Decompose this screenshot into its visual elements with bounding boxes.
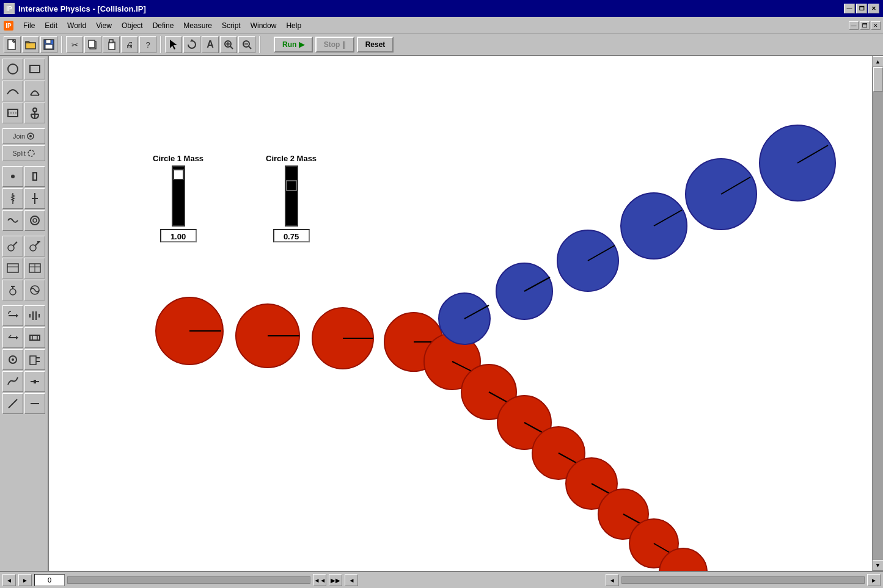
zoom-in-tool[interactable] <box>220 36 237 53</box>
force-tool-5[interactable] <box>2 349 23 370</box>
menu-file[interactable]: File <box>18 20 40 31</box>
menu-object[interactable]: Object <box>117 20 148 31</box>
shape-row-1 <box>2 59 45 79</box>
measure-tool-4[interactable] <box>24 258 45 278</box>
maximize-button[interactable]: 🗖 <box>856 4 867 13</box>
simulation-controls: Run ▶ Stop ‖ Reset <box>274 37 394 53</box>
svg-point-49 <box>10 289 16 295</box>
menu-world[interactable]: World <box>62 20 91 31</box>
run-button[interactable]: Run ▶ <box>274 37 313 53</box>
misc-tool-4[interactable] <box>24 393 45 414</box>
zoom-out-tool[interactable] <box>238 36 255 53</box>
print-button[interactable]: 🖨 <box>121 36 138 53</box>
end-button[interactable]: ◄ <box>345 574 358 586</box>
slider2-handle[interactable] <box>286 180 297 191</box>
slider1-handle[interactable] <box>173 169 184 180</box>
step-forward-button[interactable]: ▶▶ <box>329 574 342 586</box>
misc-tool-3[interactable] <box>2 393 23 414</box>
rewind-button[interactable]: ◄ <box>2 574 16 586</box>
svg-marker-14 <box>190 39 194 42</box>
rotate-tool[interactable] <box>183 36 200 53</box>
paste-button[interactable] <box>103 36 120 53</box>
menu-minimize-button[interactable]: — <box>849 21 859 30</box>
open-rect-tool[interactable] <box>2 103 23 123</box>
slider2-track[interactable] <box>285 165 298 227</box>
damper-tool[interactable] <box>24 188 45 209</box>
toolbar: ✂ 🖨 ? A Run ▶ Stop ‖ Reset <box>0 34 883 56</box>
hscroll-track[interactable] <box>621 576 865 584</box>
minimize-button[interactable]: — <box>844 4 855 13</box>
menu-restore-button[interactable]: 🗖 <box>860 21 870 30</box>
measure-tool-3[interactable] <box>2 258 23 278</box>
circle1-mass-label: Circle 1 Mass <box>153 154 203 163</box>
close-button[interactable]: ✕ <box>868 4 879 13</box>
hscroll-right-button[interactable]: ► <box>867 574 881 586</box>
text-tool[interactable]: A <box>202 36 219 53</box>
svg-rect-8 <box>45 45 53 49</box>
measure-tool-6[interactable] <box>24 280 45 300</box>
select-tool[interactable] <box>165 36 182 53</box>
circle-tool[interactable] <box>2 59 23 79</box>
menu-window[interactable]: Window <box>246 20 282 31</box>
scroll-track[interactable] <box>873 67 883 560</box>
svg-rect-44 <box>7 264 18 272</box>
hscroll-left-button[interactable]: ◄ <box>606 574 619 586</box>
step-back-button[interactable]: ◄◄ <box>313 574 326 586</box>
open-button[interactable] <box>22 36 39 53</box>
slider1-track[interactable] <box>172 165 185 227</box>
stop-button[interactable]: Stop ‖ <box>315 37 354 53</box>
scroll-up-button[interactable]: ▲ <box>873 56 884 67</box>
scroll-down-button[interactable]: ▼ <box>873 560 884 571</box>
menu-help[interactable]: Help <box>281 20 306 31</box>
arc-tool[interactable] <box>24 81 45 101</box>
slot-tool[interactable] <box>24 166 45 187</box>
misc-tool-1[interactable] <box>2 371 23 392</box>
curve-tool[interactable] <box>2 81 23 101</box>
svg-rect-7 <box>46 40 51 43</box>
measure-tool-2[interactable] <box>24 236 45 256</box>
menu-define[interactable]: Define <box>148 20 179 31</box>
pin-tool[interactable] <box>2 166 23 187</box>
svg-point-39 <box>8 245 14 251</box>
circle1-mass-slider[interactable]: Circle 1 Mass 1.00 <box>153 154 203 242</box>
svg-point-33 <box>11 175 15 178</box>
spring-tool[interactable] <box>2 188 23 209</box>
rectangle-tool[interactable] <box>24 59 45 79</box>
force-tool-3[interactable] <box>2 327 23 348</box>
circle1-mass-value[interactable]: 1.00 <box>160 229 197 242</box>
cut-button[interactable]: ✂ <box>66 36 83 53</box>
circle2-mass-slider[interactable]: Circle 2 Mass 0.75 <box>266 154 317 242</box>
svg-line-20 <box>249 46 251 49</box>
copy-button[interactable] <box>84 36 101 53</box>
force-tool-1[interactable] <box>2 305 23 326</box>
frame-input[interactable] <box>34 574 65 586</box>
toolbar-sep1 <box>61 36 62 53</box>
force-tool-4[interactable] <box>24 327 45 348</box>
reset-button[interactable]: Reset <box>357 37 394 53</box>
menu-close-button[interactable]: ✕ <box>871 21 881 30</box>
physics-canvas[interactable]: Circle 1 Mass 1.00 Circle 2 Mass 0.75 <box>49 56 872 571</box>
force-tool-6[interactable] <box>24 349 45 370</box>
save-button[interactable] <box>40 36 57 53</box>
split-button[interactable]: Split <box>2 145 45 161</box>
force-tool-2[interactable] <box>24 305 45 326</box>
measure-row-1 <box>2 236 45 256</box>
menu-edit[interactable]: Edit <box>40 20 62 31</box>
anchor-tool[interactable] <box>24 103 45 123</box>
play-forward-button[interactable]: ► <box>18 574 32 586</box>
scroll-thumb[interactable] <box>873 67 883 92</box>
measure-tool-1[interactable] <box>2 236 23 256</box>
svg-rect-62 <box>30 356 36 365</box>
circle2-mass-value[interactable]: 0.75 <box>273 229 310 242</box>
menu-view[interactable]: View <box>91 20 117 31</box>
frame-track[interactable] <box>67 576 310 584</box>
join-button[interactable]: Join <box>2 128 45 144</box>
new-button[interactable] <box>4 36 21 53</box>
gear-tool[interactable] <box>24 210 45 231</box>
misc-tool-2[interactable] <box>24 371 45 392</box>
menu-measure[interactable]: Measure <box>178 20 217 31</box>
measure-tool-5[interactable] <box>2 280 23 300</box>
help-button[interactable]: ? <box>139 36 156 53</box>
rope-tool[interactable] <box>2 210 23 231</box>
menu-script[interactable]: Script <box>217 20 246 31</box>
